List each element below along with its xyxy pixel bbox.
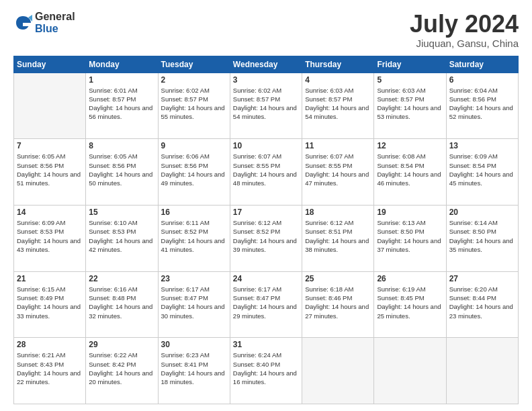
table-row bbox=[446, 338, 518, 404]
day-info: Sunrise: 6:15 AM Sunset: 8:49 PM Dayligh… bbox=[17, 285, 83, 320]
day-info: Sunrise: 6:19 AM Sunset: 8:45 PM Dayligh… bbox=[377, 285, 443, 320]
table-row: 21Sunrise: 6:15 AM Sunset: 8:49 PM Dayli… bbox=[14, 271, 86, 338]
table-row: 2Sunrise: 6:02 AM Sunset: 8:57 PM Daylig… bbox=[158, 73, 230, 139]
calendar-week-row: 1Sunrise: 6:01 AM Sunset: 8:57 PM Daylig… bbox=[14, 73, 519, 139]
day-info: Sunrise: 6:07 AM Sunset: 8:55 PM Dayligh… bbox=[305, 152, 371, 187]
table-row: 8Sunrise: 6:05 AM Sunset: 8:56 PM Daylig… bbox=[86, 139, 158, 205]
title-block: July 2024 Jiuquan, Gansu, China bbox=[410, 11, 519, 49]
table-row: 3Sunrise: 6:02 AM Sunset: 8:57 PM Daylig… bbox=[230, 73, 302, 139]
day-number: 19 bbox=[377, 208, 443, 217]
calendar-week-row: 14Sunrise: 6:09 AM Sunset: 8:53 PM Dayli… bbox=[14, 205, 519, 271]
day-info: Sunrise: 6:24 AM Sunset: 8:40 PM Dayligh… bbox=[233, 351, 299, 386]
day-info: Sunrise: 6:21 AM Sunset: 8:43 PM Dayligh… bbox=[17, 351, 83, 386]
table-row: 29Sunrise: 6:22 AM Sunset: 8:42 PM Dayli… bbox=[86, 338, 158, 404]
logo: General Blue bbox=[13, 11, 75, 34]
header-friday: Friday bbox=[374, 56, 446, 73]
table-row: 24Sunrise: 6:17 AM Sunset: 8:47 PM Dayli… bbox=[230, 271, 302, 338]
day-info: Sunrise: 6:05 AM Sunset: 8:56 PM Dayligh… bbox=[89, 152, 154, 187]
day-info: Sunrise: 6:05 AM Sunset: 8:56 PM Dayligh… bbox=[17, 152, 83, 187]
table-row bbox=[14, 73, 86, 139]
day-number: 8 bbox=[89, 141, 154, 150]
day-number: 11 bbox=[305, 141, 371, 150]
day-number: 14 bbox=[17, 208, 83, 217]
table-row bbox=[374, 338, 446, 404]
day-info: Sunrise: 6:23 AM Sunset: 8:41 PM Dayligh… bbox=[161, 351, 227, 386]
day-number: 10 bbox=[233, 141, 299, 150]
table-row: 17Sunrise: 6:12 AM Sunset: 8:52 PM Dayli… bbox=[230, 205, 302, 271]
table-row: 18Sunrise: 6:12 AM Sunset: 8:51 PM Dayli… bbox=[302, 205, 374, 271]
calendar-table: Sunday Monday Tuesday Wednesday Thursday… bbox=[13, 56, 519, 404]
day-info: Sunrise: 6:17 AM Sunset: 8:47 PM Dayligh… bbox=[161, 285, 227, 320]
table-row: 31Sunrise: 6:24 AM Sunset: 8:40 PM Dayli… bbox=[230, 338, 302, 404]
day-number: 2 bbox=[161, 75, 227, 85]
table-row: 27Sunrise: 6:20 AM Sunset: 8:44 PM Dayli… bbox=[446, 271, 518, 338]
table-row: 12Sunrise: 6:08 AM Sunset: 8:54 PM Dayli… bbox=[374, 139, 446, 205]
day-info: Sunrise: 6:09 AM Sunset: 8:53 PM Dayligh… bbox=[17, 218, 83, 254]
calendar-header-row: Sunday Monday Tuesday Wednesday Thursday… bbox=[14, 56, 519, 73]
day-info: Sunrise: 6:06 AM Sunset: 8:56 PM Dayligh… bbox=[161, 152, 227, 187]
day-info: Sunrise: 6:02 AM Sunset: 8:57 PM Dayligh… bbox=[161, 86, 227, 122]
table-row: 6Sunrise: 6:04 AM Sunset: 8:56 PM Daylig… bbox=[446, 73, 518, 139]
table-row: 13Sunrise: 6:09 AM Sunset: 8:54 PM Dayli… bbox=[446, 139, 518, 205]
day-info: Sunrise: 6:13 AM Sunset: 8:50 PM Dayligh… bbox=[377, 218, 443, 254]
day-info: Sunrise: 6:14 AM Sunset: 8:50 PM Dayligh… bbox=[449, 218, 515, 254]
day-info: Sunrise: 6:18 AM Sunset: 8:46 PM Dayligh… bbox=[305, 285, 371, 320]
day-info: Sunrise: 6:09 AM Sunset: 8:54 PM Dayligh… bbox=[449, 152, 515, 187]
logo-blue: Blue bbox=[35, 23, 75, 35]
table-row bbox=[302, 338, 374, 404]
table-row: 20Sunrise: 6:14 AM Sunset: 8:50 PM Dayli… bbox=[446, 205, 518, 271]
day-info: Sunrise: 6:01 AM Sunset: 8:57 PM Dayligh… bbox=[89, 86, 154, 122]
day-number: 5 bbox=[377, 75, 443, 85]
calendar-week-row: 28Sunrise: 6:21 AM Sunset: 8:43 PM Dayli… bbox=[14, 338, 519, 404]
day-number: 22 bbox=[89, 274, 154, 283]
table-row: 28Sunrise: 6:21 AM Sunset: 8:43 PM Dayli… bbox=[14, 338, 86, 404]
day-info: Sunrise: 6:03 AM Sunset: 8:57 PM Dayligh… bbox=[305, 86, 371, 122]
day-info: Sunrise: 6:12 AM Sunset: 8:51 PM Dayligh… bbox=[305, 218, 371, 254]
day-info: Sunrise: 6:08 AM Sunset: 8:54 PM Dayligh… bbox=[377, 152, 443, 187]
day-number: 18 bbox=[305, 208, 371, 217]
day-number: 12 bbox=[377, 141, 443, 150]
table-row: 5Sunrise: 6:03 AM Sunset: 8:57 PM Daylig… bbox=[374, 73, 446, 139]
day-number: 21 bbox=[17, 274, 83, 283]
table-row: 7Sunrise: 6:05 AM Sunset: 8:56 PM Daylig… bbox=[14, 139, 86, 205]
day-number: 7 bbox=[17, 141, 83, 150]
day-number: 16 bbox=[161, 208, 227, 217]
day-number: 17 bbox=[233, 208, 299, 217]
logo-text: General Blue bbox=[35, 11, 75, 34]
day-number: 28 bbox=[17, 340, 83, 349]
calendar-week-row: 7Sunrise: 6:05 AM Sunset: 8:56 PM Daylig… bbox=[14, 139, 519, 205]
day-number: 1 bbox=[89, 75, 154, 85]
day-info: Sunrise: 6:20 AM Sunset: 8:44 PM Dayligh… bbox=[449, 285, 515, 320]
table-row: 19Sunrise: 6:13 AM Sunset: 8:50 PM Dayli… bbox=[374, 205, 446, 271]
header: General Blue July 2024 Jiuquan, Gansu, C… bbox=[13, 11, 519, 49]
day-number: 24 bbox=[233, 274, 299, 283]
day-number: 13 bbox=[449, 141, 515, 150]
day-number: 6 bbox=[449, 75, 515, 85]
day-info: Sunrise: 6:22 AM Sunset: 8:42 PM Dayligh… bbox=[89, 351, 154, 386]
calendar-subtitle: Jiuquan, Gansu, China bbox=[410, 38, 519, 49]
table-row: 26Sunrise: 6:19 AM Sunset: 8:45 PM Dayli… bbox=[374, 271, 446, 338]
header-monday: Monday bbox=[86, 56, 158, 73]
day-info: Sunrise: 6:12 AM Sunset: 8:52 PM Dayligh… bbox=[233, 218, 299, 254]
table-row: 11Sunrise: 6:07 AM Sunset: 8:55 PM Dayli… bbox=[302, 139, 374, 205]
day-number: 20 bbox=[449, 208, 515, 217]
table-row: 16Sunrise: 6:11 AM Sunset: 8:52 PM Dayli… bbox=[158, 205, 230, 271]
page: General Blue July 2024 Jiuquan, Gansu, C… bbox=[0, 0, 532, 411]
day-number: 3 bbox=[233, 75, 299, 85]
day-info: Sunrise: 6:16 AM Sunset: 8:48 PM Dayligh… bbox=[89, 285, 154, 320]
table-row: 22Sunrise: 6:16 AM Sunset: 8:48 PM Dayli… bbox=[86, 271, 158, 338]
day-info: Sunrise: 6:11 AM Sunset: 8:52 PM Dayligh… bbox=[161, 218, 227, 254]
day-info: Sunrise: 6:07 AM Sunset: 8:55 PM Dayligh… bbox=[233, 152, 299, 187]
table-row: 25Sunrise: 6:18 AM Sunset: 8:46 PM Dayli… bbox=[302, 271, 374, 338]
logo-general: General bbox=[35, 11, 75, 23]
table-row: 10Sunrise: 6:07 AM Sunset: 8:55 PM Dayli… bbox=[230, 139, 302, 205]
header-thursday: Thursday bbox=[302, 56, 374, 73]
header-tuesday: Tuesday bbox=[158, 56, 230, 73]
day-info: Sunrise: 6:10 AM Sunset: 8:53 PM Dayligh… bbox=[89, 218, 154, 254]
day-number: 9 bbox=[161, 141, 227, 150]
day-number: 29 bbox=[89, 340, 154, 349]
day-number: 15 bbox=[89, 208, 154, 217]
calendar-week-row: 21Sunrise: 6:15 AM Sunset: 8:49 PM Dayli… bbox=[14, 271, 519, 338]
header-saturday: Saturday bbox=[446, 56, 518, 73]
day-info: Sunrise: 6:04 AM Sunset: 8:56 PM Dayligh… bbox=[449, 86, 515, 122]
